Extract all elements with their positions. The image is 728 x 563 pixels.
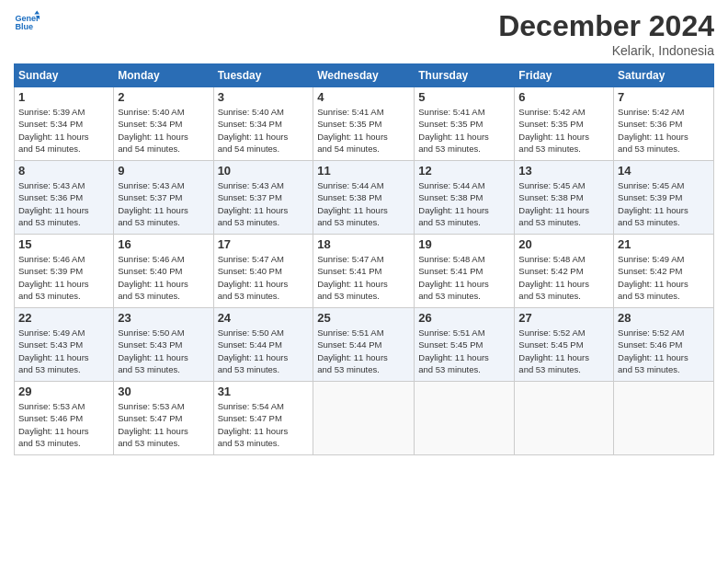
day-info: Sunrise: 5:41 AM Sunset: 5:35 PM Dayligh…	[418, 106, 510, 155]
weekday-friday: Friday	[515, 64, 614, 87]
day-cell: 13Sunrise: 5:45 AM Sunset: 5:38 PM Dayli…	[515, 161, 614, 235]
day-info: Sunrise: 5:51 AM Sunset: 5:44 PM Dayligh…	[317, 327, 410, 375]
logo: General Blue	[14, 9, 40, 35]
weekday-monday: Monday	[114, 64, 213, 87]
day-number: 18	[317, 237, 410, 251]
day-number: 2	[118, 90, 209, 104]
day-cell: 10Sunrise: 5:43 AM Sunset: 5:37 PM Dayli…	[213, 161, 313, 235]
weekday-thursday: Thursday	[415, 64, 515, 87]
day-number: 28	[618, 311, 710, 325]
day-cell: 17Sunrise: 5:47 AM Sunset: 5:40 PM Dayli…	[213, 235, 313, 308]
week-row-4: 22Sunrise: 5:49 AM Sunset: 5:43 PM Dayli…	[15, 308, 714, 382]
svg-marker-2	[34, 10, 40, 14]
day-cell: 15Sunrise: 5:46 AM Sunset: 5:39 PM Dayli…	[15, 235, 114, 308]
day-cell: 14Sunrise: 5:45 AM Sunset: 5:39 PM Dayli…	[614, 161, 714, 235]
calendar-table: SundayMondayTuesdayWednesdayThursdayFrid…	[14, 63, 714, 455]
page-header: General Blue December 2024 Kelarik, Indo…	[14, 9, 714, 58]
day-cell: 8Sunrise: 5:43 AM Sunset: 5:36 PM Daylig…	[15, 161, 114, 235]
day-cell: 12Sunrise: 5:44 AM Sunset: 5:38 PM Dayli…	[415, 161, 515, 235]
day-cell: 28Sunrise: 5:52 AM Sunset: 5:46 PM Dayli…	[614, 308, 714, 382]
day-number: 7	[618, 90, 710, 104]
day-cell	[515, 382, 614, 455]
day-info: Sunrise: 5:45 AM Sunset: 5:39 PM Dayligh…	[618, 179, 710, 228]
day-info: Sunrise: 5:48 AM Sunset: 5:42 PM Dayligh…	[518, 253, 609, 302]
title-block: December 2024 Kelarik, Indonesia	[498, 9, 714, 58]
day-info: Sunrise: 5:40 AM Sunset: 5:34 PM Dayligh…	[118, 106, 209, 155]
day-cell: 20Sunrise: 5:48 AM Sunset: 5:42 PM Dayli…	[515, 235, 614, 308]
day-info: Sunrise: 5:53 AM Sunset: 5:46 PM Dayligh…	[18, 400, 109, 449]
day-info: Sunrise: 5:44 AM Sunset: 5:38 PM Dayligh…	[317, 179, 410, 228]
day-number: 16	[118, 237, 209, 251]
day-cell	[415, 382, 515, 455]
day-number: 11	[317, 164, 410, 178]
day-info: Sunrise: 5:42 AM Sunset: 5:36 PM Dayligh…	[618, 106, 710, 155]
day-number: 20	[518, 237, 609, 251]
day-info: Sunrise: 5:50 AM Sunset: 5:44 PM Dayligh…	[218, 327, 310, 375]
day-info: Sunrise: 5:52 AM Sunset: 5:46 PM Dayligh…	[618, 327, 710, 375]
weekday-wednesday: Wednesday	[313, 64, 415, 87]
day-cell: 1Sunrise: 5:39 AM Sunset: 5:34 PM Daylig…	[15, 87, 114, 161]
week-row-3: 15Sunrise: 5:46 AM Sunset: 5:39 PM Dayli…	[15, 235, 714, 308]
svg-text:Blue: Blue	[15, 22, 33, 31]
day-info: Sunrise: 5:54 AM Sunset: 5:47 PM Dayligh…	[218, 400, 310, 449]
day-number: 3	[218, 90, 310, 104]
week-row-1: 1Sunrise: 5:39 AM Sunset: 5:34 PM Daylig…	[15, 87, 714, 161]
day-cell: 4Sunrise: 5:41 AM Sunset: 5:35 PM Daylig…	[313, 87, 415, 161]
day-cell: 9Sunrise: 5:43 AM Sunset: 5:37 PM Daylig…	[114, 161, 213, 235]
weekday-tuesday: Tuesday	[213, 64, 313, 87]
day-number: 6	[518, 90, 609, 104]
day-number: 15	[18, 237, 109, 251]
day-cell: 5Sunrise: 5:41 AM Sunset: 5:35 PM Daylig…	[415, 87, 515, 161]
day-cell: 24Sunrise: 5:50 AM Sunset: 5:44 PM Dayli…	[213, 308, 313, 382]
day-info: Sunrise: 5:49 AM Sunset: 5:42 PM Dayligh…	[618, 253, 710, 302]
day-info: Sunrise: 5:46 AM Sunset: 5:40 PM Dayligh…	[118, 253, 209, 302]
day-number: 14	[618, 164, 710, 178]
day-info: Sunrise: 5:46 AM Sunset: 5:39 PM Dayligh…	[18, 253, 109, 302]
day-cell: 3Sunrise: 5:40 AM Sunset: 5:34 PM Daylig…	[213, 87, 313, 161]
day-info: Sunrise: 5:43 AM Sunset: 5:36 PM Dayligh…	[18, 179, 109, 228]
day-info: Sunrise: 5:47 AM Sunset: 5:41 PM Dayligh…	[317, 253, 410, 302]
day-cell: 30Sunrise: 5:53 AM Sunset: 5:47 PM Dayli…	[114, 382, 213, 455]
day-number: 5	[418, 90, 510, 104]
day-number: 12	[418, 164, 510, 178]
day-number: 23	[118, 311, 209, 325]
day-cell: 6Sunrise: 5:42 AM Sunset: 5:35 PM Daylig…	[515, 87, 614, 161]
day-cell: 26Sunrise: 5:51 AM Sunset: 5:45 PM Dayli…	[415, 308, 515, 382]
day-number: 26	[418, 311, 510, 325]
day-cell: 27Sunrise: 5:52 AM Sunset: 5:45 PM Dayli…	[515, 308, 614, 382]
weekday-saturday: Saturday	[614, 64, 714, 87]
day-number: 25	[317, 311, 410, 325]
day-number: 31	[218, 385, 310, 398]
day-number: 21	[618, 237, 710, 251]
logo-icon: General Blue	[14, 9, 40, 35]
day-info: Sunrise: 5:48 AM Sunset: 5:41 PM Dayligh…	[418, 253, 510, 302]
weekday-sunday: Sunday	[15, 64, 114, 87]
day-info: Sunrise: 5:49 AM Sunset: 5:43 PM Dayligh…	[18, 327, 109, 375]
day-number: 1	[18, 90, 109, 104]
day-number: 13	[518, 164, 609, 178]
day-cell: 31Sunrise: 5:54 AM Sunset: 5:47 PM Dayli…	[213, 382, 313, 455]
day-cell: 16Sunrise: 5:46 AM Sunset: 5:40 PM Dayli…	[114, 235, 213, 308]
day-info: Sunrise: 5:47 AM Sunset: 5:40 PM Dayligh…	[218, 253, 310, 302]
day-number: 17	[218, 237, 310, 251]
day-cell	[614, 382, 714, 455]
day-number: 10	[218, 164, 310, 178]
day-info: Sunrise: 5:41 AM Sunset: 5:35 PM Dayligh…	[317, 106, 410, 155]
day-number: 30	[118, 385, 209, 398]
day-info: Sunrise: 5:51 AM Sunset: 5:45 PM Dayligh…	[418, 327, 510, 375]
day-info: Sunrise: 5:43 AM Sunset: 5:37 PM Dayligh…	[218, 179, 310, 228]
day-cell: 2Sunrise: 5:40 AM Sunset: 5:34 PM Daylig…	[114, 87, 213, 161]
week-row-5: 29Sunrise: 5:53 AM Sunset: 5:46 PM Dayli…	[15, 382, 714, 455]
day-number: 24	[218, 311, 310, 325]
day-info: Sunrise: 5:45 AM Sunset: 5:38 PM Dayligh…	[518, 179, 609, 228]
week-row-2: 8Sunrise: 5:43 AM Sunset: 5:36 PM Daylig…	[15, 161, 714, 235]
svg-text:General: General	[15, 14, 40, 23]
day-info: Sunrise: 5:44 AM Sunset: 5:38 PM Dayligh…	[418, 179, 510, 228]
location: Kelarik, Indonesia	[498, 43, 714, 58]
day-cell: 11Sunrise: 5:44 AM Sunset: 5:38 PM Dayli…	[313, 161, 415, 235]
day-cell: 25Sunrise: 5:51 AM Sunset: 5:44 PM Dayli…	[313, 308, 415, 382]
day-cell: 7Sunrise: 5:42 AM Sunset: 5:36 PM Daylig…	[614, 87, 714, 161]
day-info: Sunrise: 5:43 AM Sunset: 5:37 PM Dayligh…	[118, 179, 209, 228]
day-info: Sunrise: 5:53 AM Sunset: 5:47 PM Dayligh…	[118, 400, 209, 449]
day-cell: 21Sunrise: 5:49 AM Sunset: 5:42 PM Dayli…	[614, 235, 714, 308]
